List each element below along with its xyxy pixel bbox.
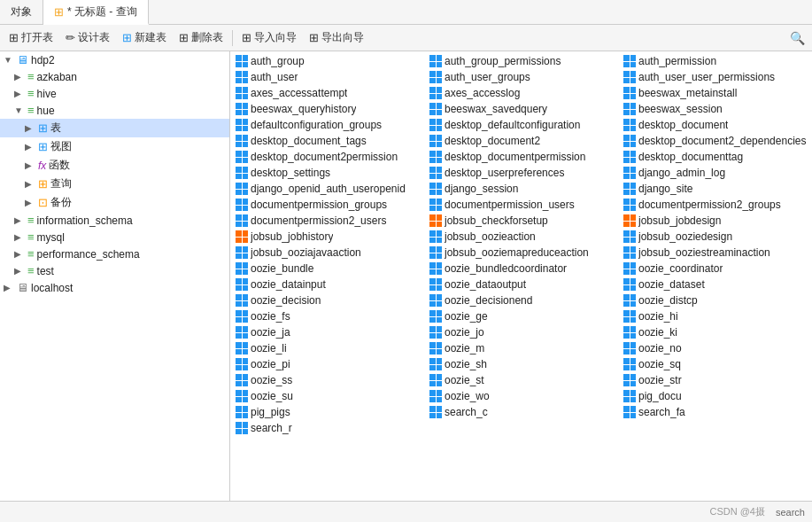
table-item[interactable]: oozie_hi: [618, 308, 812, 324]
table-item[interactable]: oozie_wo: [424, 388, 618, 404]
table-item[interactable]: auth_user_groups: [424, 69, 618, 85]
table-item[interactable]: oozie_ja: [230, 324, 424, 340]
table-item[interactable]: jobsub_jobdesign: [618, 213, 812, 229]
tab-objects[interactable]: 对象: [0, 0, 43, 24]
table-item[interactable]: django_site: [618, 181, 812, 197]
table-item[interactable]: jobsub_oozieaction: [424, 229, 618, 245]
table-item[interactable]: desktop_document_tags: [230, 133, 424, 149]
sidebar-item-test[interactable]: ▶ ≡ test: [0, 262, 229, 279]
open-table-button[interactable]: ⊞ 打开表: [4, 28, 58, 47]
table-item[interactable]: oozie_coordinator: [618, 261, 812, 277]
table-item[interactable]: jobsub_checkforsetup: [424, 213, 618, 229]
table-item[interactable]: desktop_document2permission: [230, 149, 424, 165]
new-table-button[interactable]: ⊞ 新建表: [117, 28, 172, 47]
table-item[interactable]: oozie_datainput: [230, 277, 424, 292]
table-item[interactable]: beeswax_metainstall: [618, 85, 812, 101]
table-item[interactable]: documentpermission2_users: [230, 213, 424, 229]
sidebar-item-information-schema[interactable]: ▶ ≡ information_schema: [0, 212, 229, 229]
sidebar-item-backup[interactable]: ▶ ⊡ 备份: [0, 193, 229, 212]
table-item[interactable]: beeswax_queryhistory: [230, 101, 424, 117]
import-wizard-button[interactable]: ⊞ 导入向导: [236, 28, 302, 47]
table-item[interactable]: documentpermission2_groups: [618, 197, 812, 213]
table-grid-icon: [623, 230, 636, 243]
sidebar-item-hue[interactable]: ▼ ≡ hue: [0, 102, 229, 119]
table-item[interactable]: django_openid_auth_useropenid: [230, 181, 424, 197]
expand-arrow-azkaban: ▶: [14, 72, 25, 82]
table-item[interactable]: search_fa: [618, 404, 812, 420]
table-item[interactable]: oozie_bundle: [230, 261, 424, 277]
table-item[interactable]: search_c: [424, 404, 618, 420]
table-item[interactable]: oozie_su: [230, 388, 424, 404]
table-item[interactable]: documentpermission_users: [424, 197, 618, 213]
table-item[interactable]: search_r: [230, 420, 424, 436]
table-item[interactable]: desktop_userpreferences: [424, 165, 618, 181]
sidebar-item-functions[interactable]: ▶ fx 函数: [0, 156, 229, 175]
table-item[interactable]: django_admin_log: [618, 165, 812, 181]
design-table-button[interactable]: ✏ 设计表: [60, 28, 115, 47]
table-item[interactable]: oozie_dataset: [618, 277, 812, 292]
table-item[interactable]: auth_user_user_permissions: [618, 69, 812, 85]
table-grid-icon: [236, 294, 248, 307]
tab-query[interactable]: ⊞ * 无标题 - 查询: [43, 0, 149, 25]
toolbar-search-area: 🔍: [786, 29, 808, 47]
table-item[interactable]: oozie_ki: [618, 324, 812, 340]
table-item[interactable]: oozie_distcp: [618, 292, 812, 308]
table-item[interactable]: axes_accessattempt: [230, 85, 424, 101]
table-item[interactable]: documentpermission_groups: [230, 197, 424, 213]
table-item[interactable]: pig_docu: [618, 388, 812, 404]
table-item[interactable]: oozie_pi: [230, 356, 424, 372]
table-item[interactable]: jobsub_ooziemapreduceaction: [424, 245, 618, 261]
table-item[interactable]: oozie_dataoutput: [424, 277, 618, 292]
table-item[interactable]: jobsub_jobhistory: [230, 229, 424, 245]
delete-table-button[interactable]: ⊞ 删除表: [174, 28, 228, 47]
sidebar-item-hive[interactable]: ▶ ≡ hive: [0, 85, 229, 102]
table-item[interactable]: oozie_li: [230, 340, 424, 356]
table-item[interactable]: desktop_document2_dependencies: [618, 133, 812, 149]
sidebar-item-tables[interactable]: ▶ ⊞ 表: [0, 119, 229, 137]
table-item[interactable]: desktop_defaultconfiguration: [424, 117, 618, 133]
table-item[interactable]: auth_user: [230, 69, 424, 85]
sidebar-item-localhost[interactable]: ▶ 🖥 localhost: [0, 279, 229, 296]
table-item[interactable]: defaultconfiguration_groups: [230, 117, 424, 133]
table-grid-icon: [236, 167, 248, 179]
sidebar-item-queries[interactable]: ▶ ⊞ 查询: [0, 175, 229, 193]
table-item[interactable]: oozie_sh: [424, 356, 618, 372]
table-item[interactable]: auth_permission: [618, 53, 812, 69]
sidebar-item-performance-schema[interactable]: ▶ ≡ performance_schema: [0, 245, 229, 262]
export-wizard-button[interactable]: ⊞ 导出向导: [304, 28, 369, 47]
sidebar-item-views[interactable]: ▶ ⊞ 视图: [0, 137, 229, 156]
table-item[interactable]: desktop_documenttag: [618, 149, 812, 165]
table-item[interactable]: auth_group_permissions: [424, 53, 618, 69]
table-item[interactable]: desktop_settings: [230, 165, 424, 181]
table-item[interactable]: oozie_m: [424, 340, 618, 356]
table-item[interactable]: jobsub_ooziedesign: [618, 229, 812, 245]
sidebar-item-mysql[interactable]: ▶ ≡ mysql: [0, 229, 229, 245]
table-item[interactable]: oozie_bundledcoordinator: [424, 261, 618, 277]
sidebar-item-hdp2[interactable]: ▼ 🖥 hdp2: [0, 51, 229, 68]
table-item[interactable]: jobsub_ooziajavaaction: [230, 245, 424, 261]
table-item[interactable]: axes_accesslog: [424, 85, 618, 101]
table-item[interactable]: desktop_document2: [424, 133, 618, 149]
table-item[interactable]: oozie_sq: [618, 356, 812, 372]
table-item[interactable]: django_session: [424, 181, 618, 197]
table-item[interactable]: beeswax_savedquery: [424, 101, 618, 117]
table-item[interactable]: auth_group: [230, 53, 424, 69]
table-item[interactable]: oozie_decisionend: [424, 292, 618, 308]
table-item[interactable]: pig_pigs: [230, 404, 424, 420]
table-item[interactable]: oozie_str: [618, 372, 812, 388]
sidebar-item-azkaban[interactable]: ▶ ≡ azkaban: [0, 68, 229, 85]
table-item[interactable]: oozie_st: [424, 372, 618, 388]
table-item[interactable]: desktop_document: [618, 117, 812, 133]
table-item[interactable]: oozie_ss: [230, 372, 424, 388]
table-item[interactable]: beeswax_session: [618, 101, 812, 117]
table-item[interactable]: oozie_fs: [230, 308, 424, 324]
table-item[interactable]: desktop_documentpermission: [424, 149, 618, 165]
table-item[interactable]: oozie_jo: [424, 324, 618, 340]
table-item[interactable]: oozie_no: [618, 340, 812, 356]
sidebar: ▼ 🖥 hdp2 ▶ ≡ azkaban ▶ ≡ hive ▼ ≡ hue ▶ …: [0, 51, 230, 501]
table-item[interactable]: oozie_ge: [424, 308, 618, 324]
table-item[interactable]: oozie_decision: [230, 292, 424, 308]
table-item[interactable]: jobsub_ooziestreaminaction: [618, 245, 812, 261]
search-icon[interactable]: 🔍: [786, 29, 808, 47]
table-item-label: jobsub_jobdesign: [638, 214, 721, 227]
